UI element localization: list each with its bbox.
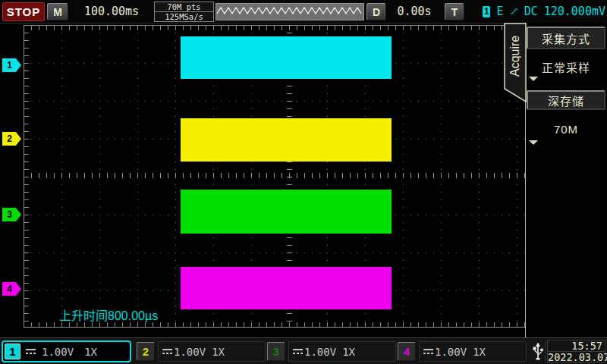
channel1-status[interactable]: 1 1.00V1X [2,340,131,362]
channel2-position-marker[interactable]: 2 [2,132,21,146]
channel1-probe: 1X [84,346,97,358]
channel3-probe: 1X [342,346,355,358]
dc-coupling-icon [292,347,304,356]
dc-coupling-icon [162,347,174,356]
trigger-status-readout: 1 E DC 120.000mV [466,3,605,20]
waveform-ch1 [181,36,392,79]
menu-value-label: 正常采样 [542,59,590,75]
horizontal-offset-readout: 0.00s [386,3,442,20]
channel4-probe: 1X [473,346,486,358]
usb-status [531,341,546,362]
trigger-level-value: 120.000mV [544,5,605,18]
run-state-button[interactable]: STOP [2,2,45,21]
dc-coupling-icon [423,347,435,356]
menu-header-acquisition-mode[interactable]: 采集方式 [527,27,605,49]
channel1-position-marker[interactable]: 1 [2,58,21,72]
channel4-status[interactable]: 4 1.00V1X [398,340,527,362]
channel1-scale: 1.00V [42,346,74,358]
channel3-scale: 1.00V [304,346,336,358]
menu-group-acquisition-mode: 采集方式 正常采样 [527,27,605,84]
delay-menu-button[interactable]: D [366,3,386,20]
channel2-probe: 1X [212,346,225,358]
menu-value-acquisition-mode[interactable]: 正常采样 [527,49,605,84]
sample-rate-value: 125MSa/s [155,12,213,21]
channel-status-bar: 1 1.00V1X 2 1.00V1X 3 [0,337,607,364]
waveform-preview-zigzag-icon [216,4,362,18]
date-readout: 2022.03.07 [547,351,605,362]
acquire-tab-label: Acquire [504,25,526,87]
trigger-coupling-label: DC [524,5,538,18]
channel2-badge[interactable]: 2 [137,342,155,361]
trigger-position-preview[interactable] [215,3,364,20]
trigger-source-badge: 1 [483,6,490,17]
channel3-badge[interactable]: 3 [267,342,285,361]
dropdown-arrow-icon [529,77,538,81]
timebase-readout: 100.00ms [70,3,153,20]
channel2-scale: 1.00V [174,346,206,358]
dc-coupling-icon [25,347,37,356]
horizontal-menu-button[interactable]: M [47,3,68,20]
top-status-bar: STOP M 100.00ms 70M pts 125MSa/s D 0.00s… [0,0,607,24]
time-readout: 15:57 [547,340,605,351]
menu-header-memory-depth[interactable]: 深存储 [527,90,605,110]
oscilloscope-screen: STOP M 100.00ms 70M pts 125MSa/s D 0.00s… [0,0,607,364]
memory-depth-value: 70M pts [155,2,213,12]
trigger-type-label: E [496,5,503,18]
channel4-badge[interactable]: 4 [398,342,416,361]
menu-group-memory-depth: 深存储 70M [527,90,605,148]
rise-time-measurement: 上升时间800.00µs [59,306,158,324]
channel3-position-marker[interactable]: 3 [2,208,21,221]
memory-depth-box: 70M pts 125MSa/s [154,2,214,22]
dropdown-arrow-icon [529,140,538,145]
waveform-ch2 [181,118,392,162]
channel4-position-marker[interactable]: 4 [2,282,21,296]
menu-value-memory-depth[interactable]: 70M [527,110,605,148]
channel2-status[interactable]: 2 1.00V1X [137,340,266,362]
waveform-ch4 [181,267,392,309]
channel3-status[interactable]: 3 1.00V1X [267,340,396,362]
waveform-ch3 [181,190,392,234]
trigger-menu-button[interactable]: T [445,3,464,20]
rising-edge-icon [510,6,518,17]
channel4-scale: 1.00V [435,346,467,358]
menu-value-label: 70M [554,123,578,136]
channel1-badge[interactable]: 1 [5,344,20,359]
usb-icon [532,342,544,362]
clock: 15:57 2022.03.07 [547,340,605,363]
